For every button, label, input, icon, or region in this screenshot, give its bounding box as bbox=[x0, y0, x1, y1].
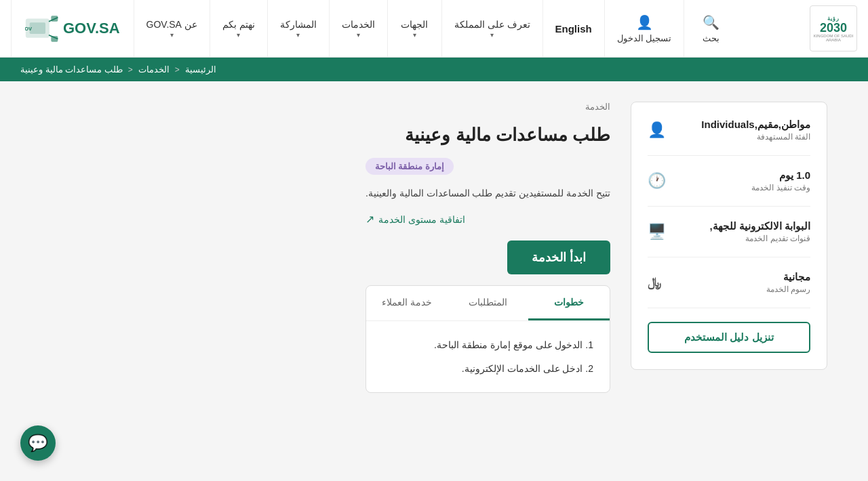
sidebar-target-label: الفئة المستهدفة bbox=[673, 132, 810, 142]
breadcrumb-current: طلب مساعدات مالية وعينية bbox=[20, 64, 123, 75]
divider-4 bbox=[648, 308, 810, 308]
top-navigation: رؤية 2030 KINGDOM OF SAUDI ARABIA 🔍 بحث … bbox=[0, 0, 868, 58]
sidebar-fee-label: رسوم الخدمة bbox=[668, 285, 810, 294]
nav-items-container: 🔍 بحث 👤 تسجيل الدخول English تعرف على ال… bbox=[11, 0, 810, 57]
nav-an[interactable]: عن GOV.SA ▾ bbox=[134, 0, 210, 57]
tab-requirements[interactable]: المتطلبات bbox=[448, 286, 529, 320]
govsa-icon: GOV bbox=[25, 14, 59, 44]
tabs-content: 1. الدخول على موقع إمارة منطقة الباحة. 2… bbox=[366, 321, 610, 392]
taaruf-label: تعرف على المملكة bbox=[454, 19, 530, 30]
sidebar-card: مواطن,مقيم,Individuals الفئة المستهدفة 👤… bbox=[631, 102, 827, 370]
breadcrumb: الرئيسية < الخدمات < طلب مساعدات مالية و… bbox=[0, 58, 868, 81]
sla-link[interactable]: اتفاقية مستوى الخدمة ↗ bbox=[366, 213, 610, 226]
sidebar-time-content: 1.0 يوم وقت تنفيذ الخدمة bbox=[673, 169, 810, 192]
external-link-icon: ↗ bbox=[366, 213, 374, 226]
sidebar-channel-value: البوابة الالكترونية للجهة, bbox=[673, 220, 810, 232]
search-label: بحث bbox=[703, 33, 719, 43]
breadcrumb-home[interactable]: الرئيسية bbox=[185, 64, 216, 75]
search-nav-item[interactable]: 🔍 بحث bbox=[684, 0, 738, 57]
step-1-num: 1 bbox=[588, 339, 593, 350]
download-user-guide-button[interactable]: تنزيل دليل المستخدم bbox=[648, 322, 810, 353]
khadamat-arrow-icon: ▾ bbox=[357, 31, 360, 39]
tab-steps[interactable]: خطوات bbox=[528, 286, 610, 320]
step-1: 1. الدخول على موقع إمارة منطقة الباحة. bbox=[382, 337, 593, 352]
govsa-logo: GOV.SA GOV bbox=[11, 0, 134, 57]
step-1-desc: الدخول على موقع إمارة منطقة الباحة. bbox=[434, 339, 583, 350]
ihtimam-label: نهتم بكم bbox=[222, 19, 255, 30]
page-title: طلب مساعدات مالية وعينية bbox=[366, 123, 610, 147]
svg-rect-1 bbox=[30, 22, 45, 34]
an-label: عن GOV.SA bbox=[146, 19, 197, 30]
vision-subtitle: KINGDOM OF SAUDI ARABIA bbox=[813, 34, 854, 42]
divider-2 bbox=[648, 206, 810, 207]
step-2-desc: ادخل على الخدمات الإلكترونية. bbox=[462, 363, 583, 374]
svg-rect-5 bbox=[51, 36, 58, 41]
service-meta-label: الخدمة bbox=[366, 102, 610, 112]
taaruf-arrow-icon: ▾ bbox=[490, 31, 494, 39]
clock-icon: 🕐 bbox=[648, 172, 666, 190]
content-area: الخدمة طلب مساعدات مالية وعينية إمارة من… bbox=[366, 102, 610, 393]
step-1-text: 1. الدخول على موقع إمارة منطقة الباحة. bbox=[434, 337, 593, 352]
sidebar-target: مواطن,مقيم,Individuals الفئة المستهدفة 👤 bbox=[648, 119, 810, 142]
sidebar-channel-label: قنوات تقديم الخدمة bbox=[673, 234, 810, 243]
main-flex-row: مواطن,مقيم,Individuals الفئة المستهدفة 👤… bbox=[366, 102, 827, 393]
service-description: تتيح الخدمة للمستفيدين تقديم طلب المساعد… bbox=[366, 186, 610, 202]
start-service-button[interactable]: ابدأ الخدمة bbox=[507, 240, 610, 274]
sidebar-time: 1.0 يوم وقت تنفيذ الخدمة 🕐 bbox=[648, 169, 810, 192]
sidebar-fee-content: مجانية رسوم الخدمة bbox=[668, 271, 810, 294]
govsa-text: GOV.SA bbox=[63, 20, 120, 37]
english-nav-item[interactable]: English bbox=[542, 0, 604, 57]
sidebar-target-value: مواطن,مقيم,Individuals bbox=[673, 119, 810, 131]
vision-year: 2030 bbox=[820, 22, 847, 34]
musharka-label: المشاركة bbox=[280, 19, 317, 30]
sidebar-channel-content: البوابة الالكترونية للجهة, قنوات تقديم ا… bbox=[673, 220, 810, 243]
sidebar-channel: البوابة الالكترونية للجهة, قنوات تقديم ا… bbox=[648, 220, 810, 243]
riyal-icon: ﷼ bbox=[648, 276, 661, 290]
divider-1 bbox=[648, 155, 810, 156]
monitor-icon: 🖥️ bbox=[648, 223, 666, 240]
vision-logo: رؤية 2030 KINGDOM OF SAUDI ARABIA bbox=[810, 5, 857, 51]
english-label: English bbox=[555, 23, 592, 35]
divider-3 bbox=[648, 257, 810, 257]
sla-link-text: اتفاقية مستوى الخدمة bbox=[378, 214, 465, 225]
start-row: ابدأ الخدمة bbox=[366, 236, 610, 274]
tab-customer-service[interactable]: خدمة العملاء bbox=[366, 286, 448, 320]
breadcrumb-services[interactable]: الخدمات bbox=[138, 64, 170, 75]
tab-steps-label: خطوات bbox=[554, 297, 584, 308]
ihtimam-arrow-icon: ▾ bbox=[237, 31, 240, 39]
sidebar-target-content: مواطن,مقيم,Individuals الفئة المستهدفة bbox=[673, 119, 810, 142]
breadcrumb-sep-2: < bbox=[128, 65, 133, 75]
breadcrumb-sep-1: < bbox=[175, 65, 180, 75]
step-2-num: 2 bbox=[588, 363, 593, 374]
svg-text:GOV: GOV bbox=[25, 26, 32, 32]
nav-jihat[interactable]: الجهات ▾ bbox=[387, 0, 441, 57]
svg-rect-4 bbox=[51, 16, 58, 21]
nav-ihtimam[interactable]: نهتم بكم ▾ bbox=[210, 0, 267, 57]
tabs-container: خطوات المتطلبات خدمة العملاء 1. bbox=[366, 285, 610, 393]
search-icon: 🔍 bbox=[703, 14, 719, 30]
sidebar-fee: مجانية رسوم الخدمة ﷼ bbox=[648, 271, 810, 294]
an-arrow-icon: ▾ bbox=[170, 31, 174, 39]
jihat-arrow-icon: ▾ bbox=[413, 31, 416, 39]
region-badge: إمارة منطقة الباحة bbox=[366, 158, 454, 175]
step-2: 2. ادخل على الخدمات الإلكترونية. bbox=[382, 361, 593, 376]
nav-khadamat[interactable]: الخدمات ▾ bbox=[329, 0, 387, 57]
sidebar-fee-value: مجانية bbox=[668, 271, 810, 283]
tab-customer-service-label: خدمة العملاء bbox=[382, 297, 432, 308]
tabs-header: خطوات المتطلبات خدمة العملاء bbox=[366, 286, 610, 321]
steps-list: 1. الدخول على موقع إمارة منطقة الباحة. 2… bbox=[382, 337, 593, 376]
main-container: مواطن,مقيم,Individuals الفئة المستهدفة 👤… bbox=[27, 81, 841, 413]
login-label: تسجيل الدخول bbox=[617, 33, 672, 43]
person-icon: 👤 bbox=[648, 121, 666, 139]
sidebar-time-value: 1.0 يوم bbox=[673, 169, 810, 182]
sidebar-time-label: وقت تنفيذ الخدمة bbox=[673, 183, 810, 192]
person-icon: 👤 bbox=[636, 14, 653, 30]
login-nav-item[interactable]: 👤 تسجيل الدخول bbox=[604, 0, 684, 57]
jihat-label: الجهات bbox=[401, 19, 428, 30]
badge-container: إمارة منطقة الباحة bbox=[366, 158, 610, 175]
nav-musharka[interactable]: المشاركة ▾ bbox=[267, 0, 329, 57]
nav-taaruf[interactable]: تعرف على المملكة ▾ bbox=[441, 0, 542, 57]
musharka-arrow-icon: ▾ bbox=[296, 31, 300, 39]
step-2-text: 2. ادخل على الخدمات الإلكترونية. bbox=[462, 361, 593, 376]
tab-requirements-label: المتطلبات bbox=[469, 297, 507, 308]
